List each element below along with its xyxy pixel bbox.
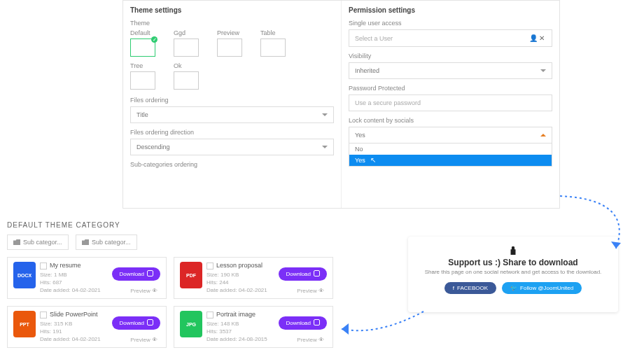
single-user-input[interactable]: Select a User👤✕	[349, 29, 552, 47]
share-subtitle: Share this page on one social network an…	[416, 269, 610, 275]
download-button[interactable]: Download	[112, 316, 160, 330]
visibility-label: Visibility	[349, 52, 552, 59]
lock-icon	[508, 245, 518, 255]
file-card: PPTSlide PowerPointSize: 315 KBHits: 191…	[7, 306, 167, 348]
lock-socials-dropdown[interactable]: Yes No Yes↖	[349, 127, 552, 167]
permission-settings-column: Permission settings Single user access S…	[341, 1, 559, 208]
download-button[interactable]: Download	[279, 316, 327, 330]
download-icon	[314, 319, 320, 327]
password-input[interactable]: Use a secure password	[349, 94, 552, 111]
lock-socials-label: Lock content by socials	[349, 117, 552, 124]
theme-option-default[interactable]: Default✓	[130, 29, 155, 58]
category-title: DEFAULT THEME CATEGORY	[7, 221, 336, 229]
file-type-icon: PDF	[180, 262, 202, 288]
file-card: DOCXMy resumeSize: 1 MBHits: 687Date add…	[7, 257, 167, 299]
preview-link[interactable]: Preview 👁	[297, 288, 324, 294]
preview-link[interactable]: Preview 👁	[130, 288, 158, 294]
preview-link[interactable]: Preview 👁	[130, 337, 158, 343]
twitter-follow-button[interactable]: 🐦Follow @JoomUnited	[502, 282, 582, 294]
subcat-ordering-label: Sub-categories ordering	[130, 161, 334, 168]
clear-icon[interactable]: ✕	[539, 34, 546, 42]
file-card: JPGPortrait imageSize: 148 KBHits: 3537D…	[174, 306, 333, 348]
theme-settings-column: Theme settings Theme Default✓ Ggd Previe…	[123, 1, 341, 208]
dropdown-list: No Yes↖	[349, 143, 552, 167]
chevron-up-icon	[540, 134, 546, 136]
visibility-select[interactable]: Inherited	[349, 62, 552, 79]
facebook-icon: f	[453, 285, 454, 291]
twitter-icon: 🐦	[510, 285, 517, 291]
flow-arrow-2	[336, 308, 427, 343]
theme-option-ggd[interactable]: Ggd	[174, 29, 199, 58]
theme-option-ok[interactable]: Ok	[174, 62, 199, 91]
dropdown-option-no[interactable]: No	[349, 144, 552, 155]
sub-folder[interactable]: Sub categor...	[76, 234, 137, 250]
theme-label: Theme	[130, 20, 334, 27]
file-card: PDFLesson proposalSize: 190 KBHits: 244D…	[174, 257, 333, 299]
folder-icon	[82, 239, 89, 245]
theme-row-1: Default✓ Ggd Preview Table	[130, 29, 334, 58]
theme-option-tree[interactable]: Tree	[130, 62, 155, 91]
file-type-icon: JPG	[180, 311, 202, 337]
checkmark-icon: ✓	[151, 36, 158, 43]
chevron-down-icon	[322, 146, 328, 148]
folder-icon	[13, 239, 20, 245]
files-ordering-select[interactable]: Title	[130, 106, 334, 123]
files-ordering-label: Files ordering	[130, 97, 334, 104]
chevron-down-icon	[540, 69, 546, 72]
share-modal: Support us :) Share to download Share th…	[408, 237, 618, 312]
file-type-icon: DOCX	[13, 262, 36, 288]
theme-option-table[interactable]: Table	[260, 29, 286, 58]
theme-row-2: Tree Ok	[130, 62, 334, 91]
theme-settings-title: Theme settings	[130, 6, 334, 14]
download-button[interactable]: Download	[112, 267, 160, 281]
sub-folder[interactable]: Sub categor...	[7, 234, 69, 250]
theme-option-preview[interactable]: Preview	[217, 29, 242, 58]
dropdown-option-yes[interactable]: Yes↖	[349, 155, 552, 166]
permission-settings-title: Permission settings	[349, 6, 552, 14]
settings-panel: Theme settings Theme Default✓ Ggd Previe…	[122, 0, 560, 209]
files-grid: DOCXMy resumeSize: 1 MBHits: 687Date add…	[7, 257, 336, 348]
file-type-icon: PPT	[13, 311, 36, 337]
facebook-button[interactable]: fFACEBOOK	[444, 282, 496, 294]
user-icon: 👤	[529, 34, 539, 42]
chevron-down-icon	[322, 113, 328, 116]
preview-link[interactable]: Preview 👁	[297, 337, 324, 343]
download-button[interactable]: Download	[279, 267, 327, 281]
single-user-label: Single user access	[349, 20, 552, 27]
files-ordering-dir-select[interactable]: Descending	[130, 139, 334, 155]
cursor-icon: ↖	[370, 156, 376, 164]
download-icon	[147, 270, 153, 278]
category-panel: DEFAULT THEME CATEGORY Sub categor...Sub…	[0, 216, 343, 350]
download-icon	[314, 270, 320, 278]
password-label: Password Protected	[349, 85, 552, 92]
share-title: Support us :) Share to download	[416, 258, 610, 267]
folders-row: Sub categor...Sub categor...	[7, 234, 336, 250]
files-ordering-dir-label: Files ordering direction	[130, 129, 334, 136]
download-icon	[147, 319, 153, 327]
